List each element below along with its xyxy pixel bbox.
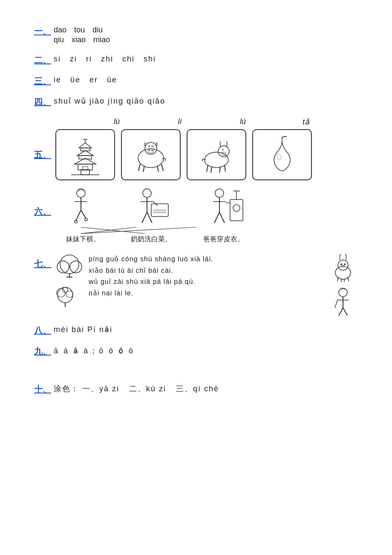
s3-w3: er [89, 75, 98, 84]
grandma-wash-icon [126, 187, 181, 229]
svg-rect-1 [78, 164, 92, 170]
s5-label2: lí [148, 117, 211, 127]
s10-item1: 一、yā zi [82, 384, 119, 393]
s10-item2: 二、kù zi [129, 384, 166, 393]
section-10-num: 十、 [34, 384, 51, 395]
section-2-content: si zi ri zhi chi shi [54, 55, 162, 64]
s1-word2: tou [74, 26, 85, 35]
s7-line4: nǎi nai lái le. [89, 289, 322, 297]
s2-w2: zi [70, 55, 77, 63]
dad-coat-icon [202, 187, 254, 229]
section-6-num: 六、 [34, 206, 51, 217]
svg-line-18 [138, 164, 140, 171]
section-5-labels: lù lí lú tǎ [85, 117, 358, 127]
svg-point-11 [138, 149, 164, 168]
s7-line3: wū guī zài shù xià pá lái pá qù. [89, 278, 322, 286]
oldperson-icon [328, 286, 358, 316]
s7-line1: píng guǒ cóng shù shàng luò xià lái. [89, 255, 322, 263]
svg-rect-9 [83, 167, 88, 170]
mushroom-icon [55, 282, 84, 308]
rabbit-icon [328, 252, 358, 282]
s5-img-pear [252, 129, 312, 180]
svg-point-53 [58, 287, 73, 303]
s2-w4: zhi [101, 55, 113, 63]
section-5-num: 五、 [34, 149, 51, 161]
s5-label1: lù [85, 117, 148, 127]
svg-point-15 [152, 150, 153, 151]
s5-label4: tǎ [274, 117, 337, 127]
svg-line-26 [207, 165, 208, 172]
s7-text-lines: píng guǒ cóng shù shàng luò xià lái. xiǎ… [89, 255, 322, 297]
svg-point-67 [339, 288, 347, 297]
section-1: 一、 dao tou diu qiu xiao miao [34, 26, 358, 45]
svg-line-19 [143, 166, 144, 172]
section-6-figures [55, 185, 358, 231]
s5-label3: lú [211, 117, 274, 127]
s10-prefix: 涂色： [54, 384, 79, 393]
section-1-num: 一、 [34, 26, 51, 37]
svg-point-43 [233, 205, 240, 211]
pear-icon [259, 133, 306, 176]
section-4-num: 四、 [34, 96, 51, 108]
pig-icon [127, 133, 174, 176]
section-2: 二、 si zi ri zhi chi shi [34, 55, 358, 66]
svg-line-21 [161, 164, 163, 171]
s5-img-pig [121, 129, 181, 180]
svg-point-48 [60, 255, 79, 274]
section-7-num: 七、 [34, 258, 51, 270]
svg-point-35 [143, 189, 151, 197]
s6-cap3: 爸爸穿皮衣。 [192, 235, 256, 244]
s5-img-pagoda [55, 129, 115, 180]
section-7-layout: píng guǒ cóng shù shàng luò xià lái. xiǎ… [55, 252, 358, 316]
deer-icon [193, 133, 240, 176]
s10-item3: 三、qì chē [176, 384, 219, 393]
section-7: 七、 [34, 252, 358, 316]
section-7-content: píng guǒ cóng shù shàng luò xià lái. xiǎ… [55, 252, 358, 316]
s7-line2: xiǎo bái tù ài chī bái cài. [89, 266, 322, 275]
s2-w3: ri [86, 55, 92, 63]
section-3-num: 三、 [34, 75, 51, 87]
section-8-num: 八、 [34, 325, 51, 336]
s1-word5: xiao [72, 35, 86, 44]
s6-cap1: 妹妹下棋。 [55, 235, 111, 244]
s3-w1: ie [54, 75, 61, 84]
s2-w6: shi [144, 55, 156, 63]
svg-rect-0 [81, 170, 89, 175]
section-6-content: 六、 [34, 185, 358, 244]
s6-fig2 [124, 185, 183, 231]
s6-fig1 [55, 185, 107, 231]
s2-w5: chi [122, 55, 135, 63]
section-6-figures-area: 妹妹下棋。 奶奶洗白菜。 爸爸穿皮衣。 [55, 185, 358, 244]
svg-line-27 [211, 167, 212, 173]
svg-point-23 [218, 146, 229, 157]
svg-point-25 [222, 149, 224, 150]
section-8: 八、 mèi bái Pí nǎi [34, 325, 358, 336]
svg-point-39 [215, 189, 224, 197]
s7-right-images [328, 252, 358, 316]
s1-word6: miao [93, 35, 110, 44]
svg-line-29 [225, 165, 225, 172]
pagoda-icon [62, 133, 109, 176]
spacer [34, 367, 358, 384]
section-5: lù lí lú tǎ 五、 [34, 117, 358, 180]
section-7-inner: 七、 [34, 252, 358, 316]
s1-word1: dao [54, 26, 66, 35]
s3-w2: üe [70, 75, 81, 84]
section-6-captions: 妹妹下棋。 奶奶洗白菜。 爸爸穿皮衣。 [55, 235, 358, 244]
section-1-content: dao tou diu qiu xiao miao [54, 26, 110, 45]
section-5-images-row: 五、 [34, 129, 358, 180]
s1-word4: qiu [54, 35, 64, 44]
section-9-num: 九、 [34, 346, 51, 357]
svg-marker-6 [79, 143, 92, 148]
section-2-num: 二、 [34, 55, 51, 66]
svg-point-58 [335, 266, 351, 279]
svg-point-32 [77, 189, 85, 197]
svg-point-31 [277, 153, 282, 160]
girl-chess-icon [60, 187, 102, 229]
section-4-content: shuǐ wǔ jiào jìng qiāo qiāo [54, 96, 165, 106]
svg-rect-40 [230, 199, 243, 221]
section-3: 三、 ie üe er üe [34, 75, 358, 87]
svg-point-17 [152, 145, 153, 147]
section-10: 十、 涂色： 一、yā zi 二、kù zi 三、qì chē [34, 384, 358, 395]
section-1-line2: qiu xiao miao [54, 35, 110, 44]
